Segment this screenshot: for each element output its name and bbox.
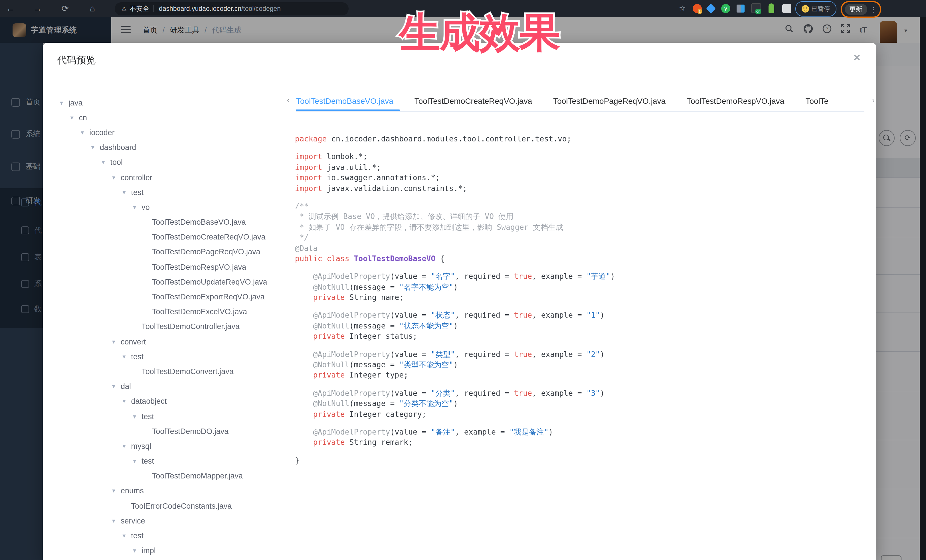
- tree-file-row[interactable]: ToolTestDemoExportReqVO.java: [43, 290, 288, 304]
- tree-file-row[interactable]: ToolTestDemoUpdateReqVO.java: [43, 275, 288, 290]
- file-tab[interactable]: ToolTestDemoPageReqVO.java: [553, 92, 666, 111]
- tree-file-row[interactable]: ToolErrorCodeConstants.java: [43, 498, 288, 513]
- tree-expand-caret-icon[interactable]: ▾: [60, 99, 68, 106]
- tree-node-label: ToolTestDemoMapper.java: [152, 472, 243, 480]
- profile-avatar-icon: [802, 5, 809, 12]
- tree-folder-row[interactable]: ▾dal: [43, 379, 288, 394]
- tampermonkey-on-extension-icon[interactable]: on: [751, 3, 761, 13]
- profile-paused-badge[interactable]: 已暂停: [795, 1, 837, 17]
- tree-expand-caret-icon[interactable]: ▾: [112, 383, 121, 390]
- file-tab[interactable]: ToolTestDemoRespVO.java: [687, 92, 784, 111]
- browser-menu-icon[interactable]: ⋮: [870, 5, 877, 14]
- ubuntu-extension-icon[interactable]: 1: [693, 4, 702, 13]
- address-bar[interactable]: ⚠不安全dashboard.yudao.iocoder.cn/tool/code…: [115, 2, 349, 15]
- tree-file-row[interactable]: ToolTestDemoBaseVO.java: [43, 215, 288, 229]
- tree-node-label: ToolTestDemoController.java: [142, 323, 240, 331]
- tree-folder-row[interactable]: ▾dashboard: [43, 140, 288, 155]
- tree-expand-caret-icon[interactable]: ▾: [91, 144, 100, 151]
- tree-folder-row[interactable]: ▾test: [43, 185, 288, 199]
- tree-expand-caret-icon[interactable]: ▾: [70, 114, 79, 121]
- tree-folder-row[interactable]: ▾vo: [43, 200, 288, 215]
- tree-expand-caret-icon[interactable]: ▾: [112, 338, 121, 345]
- browser-forward-icon[interactable]: →: [31, 0, 44, 17]
- tree-folder-row[interactable]: ▾test: [43, 454, 288, 468]
- blue-gem-extension-icon[interactable]: [706, 4, 716, 14]
- puzzle-extension-icon[interactable]: [782, 4, 791, 13]
- tree-expand-caret-icon[interactable]: ▾: [123, 189, 131, 196]
- tabs-scroll-left-icon[interactable]: ‹: [287, 96, 289, 104]
- file-tab[interactable]: ToolTestDemoBaseVO.java: [296, 92, 393, 111]
- code-editor-pane[interactable]: package cn.iocoder.dashboard.modules.too…: [295, 134, 871, 556]
- update-annotation-box: 更新 ⋮: [841, 1, 881, 18]
- code-token: [295, 399, 313, 408]
- tree-folder-row[interactable]: ▾convert: [43, 334, 288, 349]
- code-token: @NotNull: [313, 282, 350, 291]
- browser-home-icon[interactable]: ⌂: [86, 0, 99, 17]
- code-token: true: [514, 350, 532, 358]
- tree-file-row[interactable]: ToolTestDemoExcelVO.java: [43, 304, 288, 319]
- browser-update-button[interactable]: 更新: [845, 4, 867, 15]
- tree-folder-row[interactable]: ▾tool: [43, 155, 288, 170]
- tree-node-label: cn: [79, 113, 87, 122]
- tree-folder-row[interactable]: ▾service: [43, 513, 288, 528]
- code-token: [295, 350, 313, 358]
- file-tab[interactable]: ToolTe: [805, 92, 828, 111]
- tree-folder-row[interactable]: ▾java: [43, 95, 288, 110]
- tree-expand-caret-icon[interactable]: ▾: [112, 517, 121, 525]
- tree-file-row[interactable]: ToolTestDemoCreateReqVO.java: [43, 229, 288, 245]
- tree-folder-row[interactable]: ▾dataobject: [43, 394, 288, 409]
- tree-file-row[interactable]: ToolTestDemoConvert.java: [43, 364, 288, 379]
- tree-folder-row[interactable]: ▾iocoder: [43, 125, 288, 140]
- code-token: @ApiModelProperty: [313, 350, 390, 358]
- tree-folder-row[interactable]: ▾test: [43, 528, 288, 543]
- code-token: import: [295, 174, 322, 182]
- code-token: ): [600, 389, 605, 397]
- close-icon[interactable]: ✕: [851, 53, 862, 64]
- tree-expand-caret-icon[interactable]: ▾: [81, 129, 89, 136]
- code-line: private String remark;: [295, 438, 871, 448]
- tree-expand-caret-icon[interactable]: ▾: [123, 532, 131, 539]
- tree-expand-caret-icon[interactable]: ▾: [112, 487, 121, 495]
- tree-folder-row[interactable]: ▾enums: [43, 484, 288, 498]
- browser-reload-icon[interactable]: ⟳: [59, 0, 71, 17]
- tree-file-row[interactable]: ToolTestDemoServiceImpl.java: [43, 558, 288, 560]
- tree-folder-row[interactable]: ▾mysql: [43, 439, 288, 454]
- code-line: * 测试示例 Base VO，提供给添加、修改、详细的子 VO 使用: [295, 212, 871, 222]
- tree-folder-row[interactable]: ▾impl: [43, 543, 288, 558]
- tree-expand-caret-icon[interactable]: ▾: [101, 159, 110, 166]
- tree-expand-caret-icon[interactable]: ▾: [123, 398, 131, 405]
- tree-node-label: test: [142, 457, 154, 465]
- tree-file-row[interactable]: ToolTestDemoDO.java: [43, 424, 288, 439]
- tree-expand-caret-icon[interactable]: ▾: [133, 547, 142, 554]
- code-token: (message =: [350, 282, 399, 291]
- code-line: import javax.validation.constraints.*;: [295, 183, 871, 194]
- green-y-extension-icon[interactable]: y: [721, 4, 730, 13]
- grid-extension-icon[interactable]: [737, 5, 744, 12]
- tree-expand-caret-icon[interactable]: ▾: [133, 457, 142, 465]
- tree-file-row[interactable]: ToolTestDemoRespVO.java: [43, 260, 288, 274]
- tree-expand-caret-icon[interactable]: ▾: [133, 413, 142, 420]
- bookmark-star-icon[interactable]: ☆: [676, 0, 688, 17]
- tree-file-row[interactable]: ToolTestDemoController.java: [43, 319, 288, 334]
- tree-expand-caret-icon[interactable]: ▾: [112, 174, 121, 181]
- tree-expand-caret-icon[interactable]: ▾: [123, 442, 131, 450]
- tree-file-row[interactable]: ToolTestDemoPageReqVO.java: [43, 245, 288, 260]
- browser-back-icon[interactable]: ←: [4, 0, 17, 17]
- tree-folder-row[interactable]: ▾test: [43, 409, 288, 424]
- tree-folder-row[interactable]: ▾test: [43, 349, 288, 364]
- code-token: Integer type;: [345, 371, 408, 379]
- file-tab[interactable]: ToolTestDemoCreateReqVO.java: [415, 92, 532, 111]
- tree-folder-row[interactable]: ▾cn: [43, 110, 288, 125]
- code-line: @ApiModelProperty(value = "状态", required…: [295, 311, 871, 321]
- tree-node-label: ToolTestDemoUpdateReqVO.java: [152, 278, 267, 286]
- tabs-scroll-right-icon[interactable]: ›: [872, 96, 875, 104]
- code-token: , example =: [532, 350, 587, 358]
- code-token: }: [295, 456, 300, 465]
- code-token: javax.validation.constraints.*;: [322, 184, 467, 192]
- security-label[interactable]: 不安全: [130, 5, 149, 12]
- tree-expand-caret-icon[interactable]: ▾: [123, 353, 131, 361]
- green-plant-extension-icon[interactable]: [769, 3, 774, 13]
- tree-file-row[interactable]: ToolTestDemoMapper.java: [43, 468, 288, 483]
- tree-expand-caret-icon[interactable]: ▾: [133, 204, 142, 211]
- tree-folder-row[interactable]: ▾controller: [43, 170, 288, 185]
